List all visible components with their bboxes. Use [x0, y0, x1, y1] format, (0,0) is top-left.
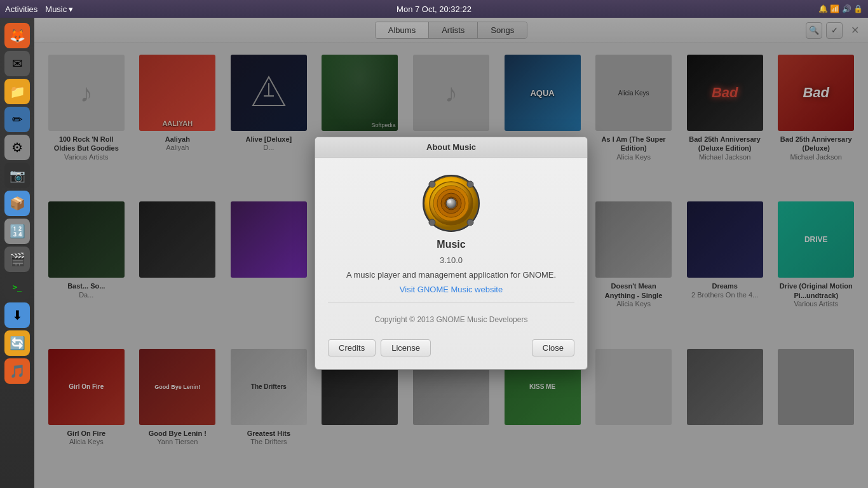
- svg-point-14: [446, 198, 456, 208]
- topbar-right: 🔔 📶 🔊 🔒: [818, 4, 863, 13]
- sidebar-icon-files[interactable]: 📁: [4, 79, 30, 104]
- sidebar: 🦊 ✉ 📁 ✏ ⚙ 📷 📦 🔢 🎬 >_ ⬇ 🔄 🎵: [0, 18, 34, 488]
- license-button[interactable]: License: [381, 339, 431, 356]
- activities-button[interactable]: Activities: [5, 4, 37, 14]
- svg-point-7: [429, 219, 435, 226]
- sidebar-icon-mail[interactable]: ✉: [4, 51, 30, 76]
- sidebar-icon-update[interactable]: 🔄: [4, 330, 30, 356]
- sidebar-icon-settings[interactable]: ⚙: [4, 135, 30, 160]
- about-dialog: About Music: [315, 137, 588, 370]
- svg-point-8: [467, 219, 473, 226]
- dialog-overlay: About Music: [34, 18, 868, 488]
- app-menu-label: Music: [45, 4, 67, 14]
- dialog-buttons-left: Credits License: [328, 339, 431, 356]
- sidebar-icon-draw[interactable]: ✏: [4, 107, 30, 132]
- svg-point-6: [467, 181, 473, 187]
- dialog-buttons: Credits License Close: [328, 339, 574, 356]
- main-window: Albums Artists Songs 🔍 ✓ ✕ ♪ 100 Rock 'N…: [34, 18, 868, 488]
- sidebar-icon-download[interactable]: ⬇: [4, 302, 30, 328]
- sidebar-icon-firefox[interactable]: 🦊: [4, 23, 30, 48]
- sidebar-icon-terminal[interactable]: >_: [4, 274, 30, 300]
- svg-point-5: [429, 181, 435, 187]
- sidebar-icon-music[interactable]: 🎵: [4, 358, 30, 384]
- topbar: Activities Music ▾ Mon 7 Oct, 20:32:22 🔔…: [0, 0, 868, 18]
- speaker-icon: [421, 173, 482, 234]
- gnome-music-link[interactable]: Visit GNOME Music website: [400, 285, 503, 294]
- dialog-titlebar: About Music: [315, 137, 587, 158]
- copyright-text: Copyright © 2013 GNOME Music Developers: [375, 315, 528, 324]
- app-menu-arrow: ▾: [69, 4, 73, 14]
- sidebar-icon-video[interactable]: 🎬: [4, 247, 30, 272]
- systray-icons: 🔔 📶 🔊 🔒: [818, 4, 863, 13]
- separator: [328, 302, 574, 302]
- svg-point-15: [447, 200, 451, 203]
- close-dialog-button[interactable]: Close: [532, 339, 574, 356]
- sidebar-icon-calc[interactable]: 🔢: [4, 219, 30, 244]
- datetime: Mon 7 Oct, 20:32:22: [397, 4, 471, 14]
- dialog-body: Music 3.10.0 A music player and manageme…: [315, 158, 587, 369]
- sidebar-icon-software[interactable]: 📦: [4, 191, 30, 216]
- app-menu[interactable]: Music ▾: [45, 4, 73, 14]
- app-version: 3.10.0: [440, 255, 463, 265]
- sidebar-icon-camera[interactable]: 📷: [4, 163, 30, 188]
- credits-button[interactable]: Credits: [328, 339, 376, 356]
- app-name: Music: [437, 239, 465, 250]
- app-description: A music player and management applicatio…: [346, 270, 556, 280]
